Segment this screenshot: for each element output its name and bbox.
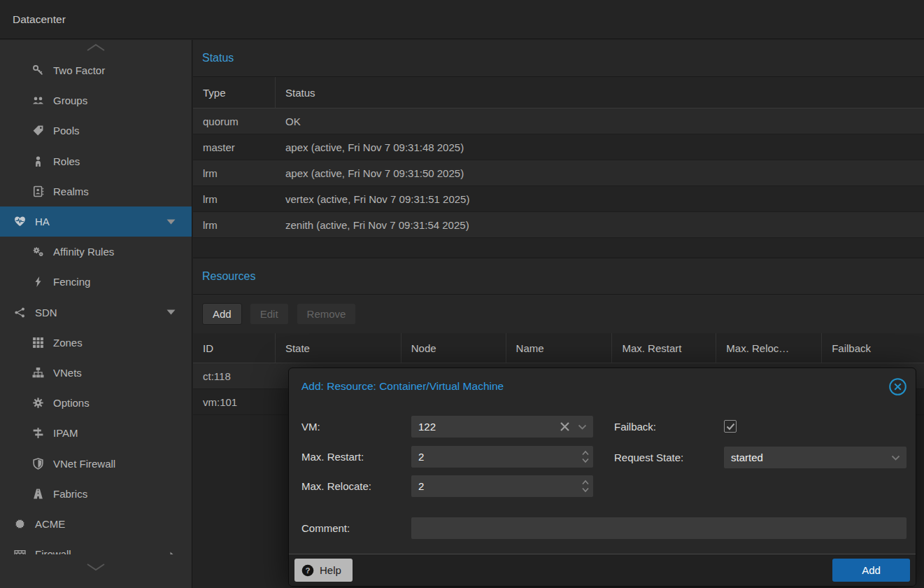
sidebar-item-label: Options — [53, 397, 90, 409]
column-header-failback[interactable]: Failback — [822, 333, 924, 363]
max-restart-label: Max. Restart: — [301, 446, 364, 468]
chevron-down-icon[interactable] — [891, 455, 900, 461]
sidebar-item-label: VNets — [53, 367, 82, 379]
cell-status: apex (active, Fri Nov 7 09:31:50 2025) — [276, 160, 924, 186]
status-table-rows: quorumOKmasterapex (active, Fri Nov 7 09… — [193, 108, 924, 238]
max-relocate-value: 2 — [418, 475, 424, 497]
top-bar: Datacenter — [0, 0, 924, 39]
sidebar-item-vnets[interactable]: VNets — [0, 358, 192, 388]
sidebar-item-pools[interactable]: Pools — [0, 115, 192, 146]
grid-icon — [31, 336, 44, 349]
sidebar-item-ipam[interactable]: IPAM — [0, 418, 192, 448]
sidebar-item-label: Zones — [53, 337, 83, 349]
sidebar-item-zones[interactable]: Zones — [0, 328, 192, 358]
column-header-status[interactable]: Status — [276, 77, 924, 108]
sidebar-item-sdn[interactable]: SDN — [0, 298, 192, 328]
request-state-select[interactable]: started — [724, 447, 907, 468]
cell-type: lrm — [193, 160, 276, 186]
sidebar-item-acme[interactable]: ACME — [0, 509, 192, 539]
cell-status: OK — [276, 108, 924, 134]
sidebar-item-label: ACME — [35, 518, 65, 530]
sidebar-item-label: IPAM — [53, 427, 78, 439]
question-circle-icon: ? — [301, 564, 314, 577]
status-panel-header: Status — [193, 40, 924, 77]
sitemap-icon — [31, 366, 44, 379]
sidebar-item-vnet-firewall[interactable]: VNet Firewall — [0, 448, 192, 478]
clear-icon[interactable] — [560, 421, 570, 432]
svg-text:?: ? — [305, 566, 310, 575]
tag-icon — [31, 125, 44, 137]
column-header-type[interactable]: Type — [193, 77, 276, 108]
key-icon — [31, 64, 44, 77]
chevron-down-icon[interactable] — [578, 424, 587, 430]
request-state-value: started — [731, 447, 763, 468]
cell-type: master — [193, 134, 276, 160]
column-header-name[interactable]: Name — [506, 333, 613, 363]
sidebar-item-label: Fencing — [53, 276, 90, 288]
cell-id: ct:118 — [193, 363, 276, 388]
request-state-label: Request State: — [614, 447, 683, 468]
sidebar-item-groups[interactable]: Groups — [0, 85, 192, 115]
road-icon — [31, 487, 44, 500]
help-button[interactable]: ? Help — [294, 559, 353, 582]
sidebar-item-fabrics[interactable]: Fabrics — [0, 479, 192, 509]
comment-input[interactable] — [411, 517, 907, 539]
address-book-icon — [31, 185, 44, 197]
share-nodes-icon — [13, 306, 26, 318]
sidebar-item-label: Roles — [53, 155, 80, 167]
table-row[interactable]: masterapex (active, Fri Nov 7 09:31:48 2… — [193, 134, 924, 160]
cell-id: vm:101 — [193, 389, 276, 414]
person-icon — [31, 155, 44, 167]
table-row[interactable]: lrmvertex (active, Fri Nov 7 09:31:51 20… — [193, 186, 924, 212]
max-relocate-stepper[interactable]: 2 — [411, 475, 593, 497]
sidebar-item-realms[interactable]: Realms — [0, 176, 192, 206]
shield-icon — [31, 457, 44, 470]
sidebar-item-label: HA — [35, 216, 50, 227]
max-relocate-label: Max. Relocate: — [301, 475, 371, 497]
column-header-state[interactable]: State — [276, 333, 401, 363]
vm-value: 122 — [418, 416, 436, 438]
column-header-max-reloc[interactable]: Max. Reloc… — [716, 333, 822, 363]
add-resource-dialog: Add: Resource: Container/Virtual Machine… — [288, 368, 916, 587]
table-row[interactable]: lrmzenith (active, Fri Nov 7 09:31:54 20… — [193, 212, 924, 238]
spinner-icons[interactable] — [581, 478, 590, 494]
sidebar-item-options[interactable]: Options — [0, 388, 192, 418]
scroll-down-icon[interactable] — [83, 563, 108, 572]
sidebar-item-ha[interactable]: HA — [0, 206, 192, 237]
sidebar-item-affinity-rules[interactable]: Affinity Rules — [0, 237, 192, 267]
resources-panel-title: Resources — [202, 270, 255, 283]
sidebar-item-label: Two Factor — [53, 64, 105, 76]
max-restart-stepper[interactable]: 2 — [411, 446, 593, 468]
spinner-icons[interactable] — [581, 449, 590, 465]
failback-label: Failback: — [614, 416, 656, 438]
scroll-up-icon[interactable] — [0, 43, 192, 52]
status-panel-title: Status — [202, 52, 234, 64]
column-header-id[interactable]: ID — [193, 333, 276, 363]
sidebar-item-two-factor[interactable]: Two Factor — [0, 55, 192, 85]
dialog-title: Add: Resource: Container/Virtual Machine — [301, 368, 504, 405]
gear-icon — [31, 397, 44, 410]
close-icon[interactable] — [888, 377, 907, 396]
dialog-add-button[interactable]: Add — [832, 559, 910, 582]
table-row[interactable]: lrmapex (active, Fri Nov 7 09:31:50 2025… — [193, 160, 924, 186]
column-header-node[interactable]: Node — [401, 333, 506, 363]
help-button-label: Help — [320, 564, 341, 576]
failback-checkbox[interactable] — [724, 420, 737, 433]
sidebar-item-roles[interactable]: Roles — [0, 146, 192, 176]
resources-toolbar: AddEditRemove — [193, 295, 924, 333]
sidebar-item-label: Fabrics — [53, 488, 87, 500]
users-icon — [31, 94, 44, 107]
vm-label: VM: — [301, 416, 320, 438]
caret-down-icon[interactable] — [166, 219, 176, 225]
vm-combo[interactable]: 122 — [411, 416, 593, 438]
sidebar: Two FactorGroupsPoolsRolesRealmsHAAffini… — [0, 40, 192, 588]
resources-table-header: IDStateNodeNameMax. RestartMax. Reloc…Fa… — [193, 333, 924, 363]
table-row[interactable]: quorumOK — [193, 108, 924, 134]
column-header-max-restart[interactable]: Max. Restart — [612, 333, 716, 363]
edit-button: Edit — [250, 303, 289, 325]
caret-down-icon[interactable] — [166, 309, 176, 315]
add-button[interactable]: Add — [202, 303, 242, 325]
sidebar-item-label: Groups — [53, 94, 87, 106]
comment-label: Comment: — [301, 517, 350, 539]
sidebar-item-fencing[interactable]: Fencing — [0, 267, 192, 297]
